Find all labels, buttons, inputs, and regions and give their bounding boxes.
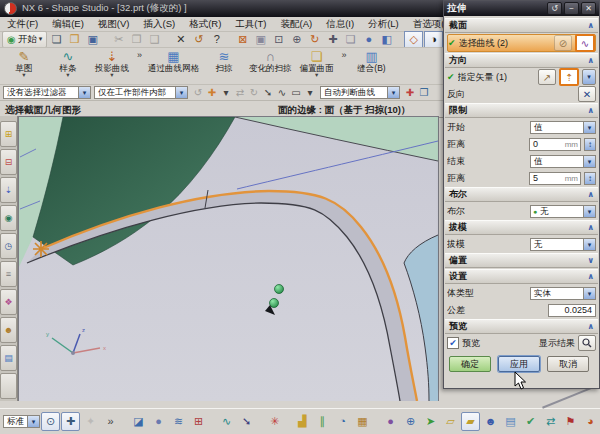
snap-cross-icon[interactable]: ✚ bbox=[403, 86, 417, 100]
specify-vector-row[interactable]: ✔ 指定矢量 (1) ↗ ⇡ ▾ bbox=[447, 69, 596, 85]
apply-button[interactable]: 应用 bbox=[498, 356, 540, 372]
marquee-arrow-icon[interactable]: ▾ bbox=[303, 86, 317, 100]
vector-options-dropdown[interactable]: ▾ bbox=[582, 69, 596, 85]
menu-tools[interactable]: 工具(T) bbox=[228, 18, 273, 31]
display-mode-cube-icon[interactable]: ◧ bbox=[378, 32, 395, 47]
through-curve-mesh-button[interactable]: ▦ 通过曲线网格 bbox=[145, 49, 202, 74]
section-analysis-icon[interactable]: ◔ bbox=[333, 412, 352, 431]
studio-spline-button[interactable]: ∿ 样条 ▾ bbox=[46, 49, 90, 78]
curve-select-button[interactable]: ∿ bbox=[575, 34, 595, 52]
data-grid-icon[interactable]: ▦ bbox=[353, 412, 372, 431]
material-ball-icon[interactable]: ● bbox=[381, 412, 400, 431]
delete-icon[interactable]: ✕ bbox=[172, 32, 189, 47]
boolean-combo[interactable]: ● 无 ▾ bbox=[530, 205, 596, 218]
offset-surface-button[interactable]: ❏ 偏置曲面 ▾ bbox=[295, 49, 339, 78]
menu-edit[interactable]: 编辑(E) bbox=[45, 18, 91, 31]
menu-assemblies[interactable]: 装配(A) bbox=[274, 18, 320, 31]
perspective-icon[interactable]: ❏ bbox=[342, 32, 359, 47]
dialog-minimize-button[interactable]: − bbox=[564, 2, 579, 15]
path-select-icon[interactable]: ➘ bbox=[261, 86, 275, 100]
rotate-view-icon[interactable]: ↻ bbox=[306, 32, 323, 47]
menu-information[interactable]: 信息(I) bbox=[319, 18, 361, 31]
menu-insert[interactable]: 插入(S) bbox=[136, 18, 182, 31]
preview-checkbox[interactable]: ✔ bbox=[447, 337, 459, 349]
drag-handle-ball[interactable] bbox=[275, 285, 284, 294]
spline-tool-icon[interactable]: ∿ bbox=[217, 412, 236, 431]
examine-geometry-icon[interactable]: ⊙ bbox=[41, 412, 60, 431]
tolerance-input[interactable]: 0.0254 bbox=[548, 304, 596, 317]
swap-selection-icon[interactable]: ⇄ bbox=[233, 86, 247, 100]
sketch-task-icon[interactable]: ⊞ bbox=[189, 412, 208, 431]
paste-icon[interactable]: ❑ bbox=[146, 32, 163, 47]
curve-select-icon[interactable]: ∿ bbox=[275, 86, 289, 100]
constraint-navigator-tab[interactable]: ⊟ bbox=[0, 149, 17, 175]
bookmark-flag-icon[interactable]: ⚑ bbox=[561, 412, 580, 431]
menu-analysis[interactable]: 分析(L) bbox=[361, 18, 406, 31]
sketch-button[interactable]: ✎ 草图 ▾ bbox=[2, 49, 46, 78]
face-pair-icon[interactable]: ∥ bbox=[313, 412, 332, 431]
offset-group-header[interactable]: 偏置 ∨ bbox=[445, 253, 598, 268]
go-flag-icon[interactable]: ➤ bbox=[421, 412, 440, 431]
extrude-tool-icon[interactable]: ▟ bbox=[293, 412, 312, 431]
face-analysis-icon[interactable]: ◑ bbox=[424, 31, 443, 48]
graphics-viewport[interactable]: z y x bbox=[18, 116, 439, 402]
fit-view-icon[interactable]: ⊠ bbox=[234, 32, 251, 47]
ok-button[interactable]: 确定 bbox=[449, 356, 491, 372]
curve-analysis-icon[interactable]: ✳ bbox=[265, 412, 284, 431]
dialog-titlebar[interactable]: 拉伸 ↺ − ✕ bbox=[444, 1, 599, 16]
end-distance-input[interactable]: 5 mm bbox=[529, 172, 581, 185]
menu-view[interactable]: 视图(V) bbox=[91, 18, 137, 31]
snap-point-arrow-icon[interactable]: ▾ bbox=[219, 86, 233, 100]
reverse-direction-button[interactable]: ✕ bbox=[578, 86, 596, 102]
selection-filter-combo[interactable]: 没有选择过滤器 ▾ bbox=[3, 86, 91, 99]
user-icon[interactable]: ☻ bbox=[481, 412, 500, 431]
toolbar-overflow-chevron[interactable]: » bbox=[339, 49, 350, 61]
vector-dialog-button[interactable]: ↗ bbox=[538, 69, 556, 85]
nx-ball-icon[interactable]: ◕ bbox=[581, 412, 600, 431]
refresh-icon[interactable]: ↺ bbox=[191, 86, 205, 100]
end-limit-combo[interactable]: 值 ▾ bbox=[530, 155, 596, 168]
layer-settings-icon[interactable]: ≋ bbox=[169, 412, 188, 431]
menu-file[interactable]: 文件(F) bbox=[0, 18, 45, 31]
image-icon[interactable]: ▤ bbox=[501, 412, 520, 431]
tool-palette-icon[interactable]: ✦ bbox=[81, 412, 100, 431]
swept-button[interactable]: ≋ 扫掠 bbox=[202, 49, 246, 74]
pan-view-icon[interactable]: ✚ bbox=[324, 32, 341, 47]
project-curve-button[interactable]: ⇣ 投影曲线 ▾ bbox=[90, 49, 134, 78]
zoom-window-icon[interactable]: ▣ bbox=[252, 32, 269, 47]
note-active-icon[interactable]: ▰ bbox=[461, 412, 480, 431]
sew-button[interactable]: ▥ 缝合(B) bbox=[350, 49, 394, 74]
curve-rule-combo[interactable]: 自动判断曲线 ▾ bbox=[320, 86, 400, 99]
point-tool-icon[interactable]: ➘ bbox=[237, 412, 256, 431]
selection-stack-icon[interactable]: ❐ bbox=[417, 86, 431, 100]
save-icon[interactable]: ▣ bbox=[84, 32, 101, 47]
end-distance-spinner[interactable]: ↕ bbox=[584, 172, 596, 185]
zoom-analysis-icon[interactable]: ⊕ bbox=[401, 412, 420, 431]
marquee-select-icon[interactable]: ▭ bbox=[289, 86, 303, 100]
snap-point-icon[interactable]: ✚ bbox=[205, 86, 219, 100]
history-tab[interactable]: ◷ bbox=[0, 233, 17, 259]
assembly-navigator-tab[interactable]: ⊞ bbox=[0, 121, 17, 147]
new-icon[interactable]: ❏ bbox=[48, 32, 65, 47]
overflow-chevron-icon[interactable]: » bbox=[101, 412, 120, 431]
draft-combo[interactable]: 无 ▾ bbox=[530, 238, 596, 251]
undo-icon[interactable]: ↺ bbox=[190, 32, 207, 47]
toolbar-overflow-chevron[interactable]: » bbox=[134, 49, 145, 61]
scene-tab[interactable]: ▤ bbox=[0, 345, 17, 371]
orbit-selection-icon[interactable]: ↻ bbox=[247, 86, 261, 100]
part-navigator-tab[interactable]: ⇣ bbox=[0, 177, 17, 203]
palette-tab[interactable]: ❖ bbox=[0, 289, 17, 315]
variational-sweep-button[interactable]: ∩ 变化的扫掠 bbox=[246, 49, 295, 74]
start-limit-combo[interactable]: 值 ▾ bbox=[530, 121, 596, 134]
sphere-primitive-icon[interactable]: ● bbox=[149, 412, 168, 431]
sync-icon[interactable]: ⇄ bbox=[541, 412, 560, 431]
show-result-button[interactable] bbox=[578, 335, 596, 351]
boolean-group-header[interactable]: 布尔 ∧ bbox=[445, 187, 598, 202]
start-distance-input[interactable]: 0 mm bbox=[529, 138, 581, 151]
spare-tab[interactable] bbox=[0, 373, 17, 399]
dialog-close-button[interactable]: ✕ bbox=[581, 2, 596, 15]
settings-group-header[interactable]: 设置 ∧ bbox=[445, 269, 598, 284]
wireframe-cube-icon[interactable]: ◇ bbox=[404, 31, 423, 48]
select-curve-row[interactable]: ✔ 选择曲线 (2) ⊘ ∿ bbox=[447, 34, 596, 52]
zoom-icon[interactable]: ⊡ bbox=[270, 32, 287, 47]
